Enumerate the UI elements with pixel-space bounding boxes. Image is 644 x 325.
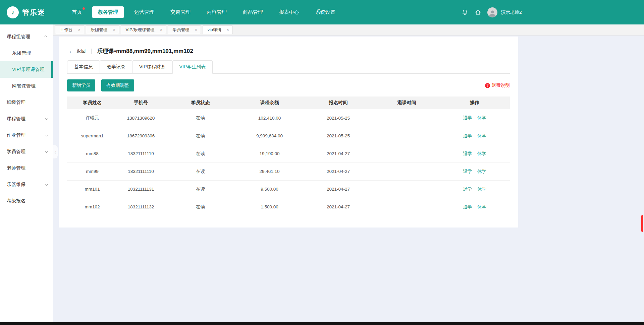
- nav-item-label: 系统设置: [315, 9, 335, 15]
- sidebar-item-8[interactable]: 学员管理: [0, 143, 53, 160]
- nav-item-1[interactable]: 首页: [66, 6, 88, 18]
- cell-status: 在读: [164, 145, 236, 162]
- nav-item-7[interactable]: 报表中心: [273, 6, 305, 18]
- close-icon[interactable]: ×: [78, 27, 80, 32]
- column-header: 课程余额: [236, 96, 303, 109]
- brand-logo-icon: ♪: [7, 6, 19, 18]
- nav-item-label: 报表中心: [279, 9, 299, 15]
- page-header-row: ← 返回 乐理课•mm88,mm99,mm101,mm102: [59, 37, 518, 60]
- window-tab-3[interactable]: VIP/乐理课管理×: [121, 25, 166, 34]
- nav-item-5[interactable]: 内容管理: [201, 6, 232, 18]
- cell-phone: 13871309620: [117, 109, 164, 127]
- quit-school-link[interactable]: 退学: [463, 151, 472, 156]
- quit-school-link[interactable]: 退学: [463, 169, 472, 174]
- close-icon[interactable]: ×: [160, 27, 162, 32]
- sidebar-item-label: 学员管理: [7, 149, 25, 155]
- nav-item-label: 首页: [72, 9, 82, 15]
- sidebar-item-3[interactable]: VIP/乐理课管理: [0, 61, 53, 78]
- cell-status: 在读: [164, 162, 236, 180]
- add-student-button[interactable]: 新增学员: [67, 79, 95, 91]
- avatar[interactable]: [487, 7, 497, 17]
- quit-school-link[interactable]: 退学: [463, 115, 472, 120]
- brand: ♪ 管乐迷: [0, 6, 62, 18]
- chevron-down-icon: [45, 117, 48, 120]
- detail-tab-2[interactable]: 教学记录: [100, 60, 132, 74]
- nav-item-label: 教务管理: [98, 9, 118, 15]
- suspend-school-link[interactable]: 休学: [477, 187, 486, 192]
- table-row: mm8818321111119在读19,190.002021-04-27退学休学: [67, 145, 510, 162]
- close-icon[interactable]: ×: [227, 27, 229, 32]
- detail-tab-4[interactable]: VIP学生列表: [172, 60, 213, 74]
- cell-actions: 退学休学: [439, 109, 510, 127]
- cell-quit-date: [374, 145, 439, 162]
- sidebar-item-5[interactable]: 班级管理: [0, 94, 53, 111]
- cell-quit-date: [374, 198, 439, 216]
- cell-student-name: 许曦元: [67, 109, 117, 127]
- sidebar-item-9[interactable]: 老师管理: [0, 160, 53, 176]
- cell-actions: 退学休学: [439, 180, 510, 198]
- cell-quit-date: [374, 162, 439, 180]
- cell-status: 在读: [164, 127, 236, 145]
- nav-item-8[interactable]: 系统设置: [310, 6, 341, 18]
- column-header: 退课时间: [374, 96, 439, 109]
- refund-note-link[interactable]: ? 退费说明: [485, 82, 510, 88]
- chevron-down-icon: [45, 182, 48, 186]
- suspend-school-link[interactable]: 休学: [477, 115, 486, 120]
- sidebar-item-1[interactable]: 课程组管理: [0, 28, 53, 45]
- table-row: superman118672909306在读9,999,634.002021-0…: [67, 127, 510, 145]
- quit-school-link[interactable]: 退学: [463, 204, 472, 209]
- sidebar-item-label: 作业管理: [7, 132, 25, 138]
- cell-actions: 退学休学: [439, 127, 510, 145]
- window-tab-label: vip详情: [208, 27, 221, 33]
- sidebar-item-4[interactable]: 网管课管理: [0, 78, 53, 94]
- window-tabstrip: 工作台×乐团管理×VIP/乐理课管理×学员管理×vip详情×: [53, 24, 644, 36]
- header-actions: 演示老师2: [461, 0, 522, 24]
- window-tab-label: VIP/乐理课管理: [126, 27, 155, 33]
- validity-adjust-button[interactable]: 有效期调整: [101, 79, 134, 91]
- cell-student-name: mm88: [67, 145, 117, 162]
- detail-tabs: 基本信息教学记录VIP课程财务VIP学生列表: [67, 60, 510, 74]
- cell-phone: 18321111110: [117, 162, 164, 180]
- scrollbar-thumb[interactable]: [641, 215, 643, 232]
- sidebar-collapse-handle[interactable]: ‹: [53, 145, 58, 159]
- sidebar-item-11[interactable]: 考级报名: [0, 193, 53, 209]
- cell-enroll-date: 2021-05-25: [303, 109, 374, 127]
- detail-tab-1[interactable]: 基本信息: [67, 60, 100, 74]
- sidebar-item-6[interactable]: 课程管理: [0, 111, 53, 127]
- suspend-school-link[interactable]: 休学: [477, 169, 486, 174]
- close-icon[interactable]: ×: [195, 27, 197, 32]
- back-arrow-icon: ←: [69, 48, 74, 54]
- detail-tab-3[interactable]: VIP课程财务: [132, 60, 173, 74]
- cell-balance: 9,999,634.00: [236, 127, 303, 145]
- nav-item-3[interactable]: 运营管理: [128, 6, 160, 18]
- window-tab-2[interactable]: 乐团管理×: [86, 25, 119, 34]
- cell-enroll-date: 2021-05-25: [303, 127, 374, 145]
- cell-student-name: mm101: [67, 180, 117, 198]
- chevron-up-icon: [44, 36, 47, 39]
- back-button[interactable]: ← 返回: [69, 48, 86, 54]
- notifications-bell-icon[interactable]: [461, 9, 469, 16]
- cell-actions: 退学休学: [439, 198, 510, 216]
- nav-item-label: 交易管理: [170, 9, 191, 15]
- suspend-school-link[interactable]: 休学: [477, 151, 486, 156]
- sidebar-item-2[interactable]: 乐团管理: [0, 45, 53, 61]
- nav-item-2[interactable]: 教务管理: [92, 6, 124, 18]
- cell-status: 在读: [164, 198, 236, 216]
- sidebar-item-7[interactable]: 作业管理: [0, 127, 53, 143]
- nav-item-4[interactable]: 交易管理: [165, 6, 196, 18]
- suspend-school-link[interactable]: 休学: [477, 204, 486, 209]
- suspend-school-link[interactable]: 休学: [477, 133, 486, 138]
- window-tab-1[interactable]: 工作台×: [55, 25, 84, 34]
- quit-school-link[interactable]: 退学: [463, 187, 472, 192]
- cell-enroll-date: 2021-04-27: [303, 162, 374, 180]
- cell-phone: 18672909306: [117, 127, 164, 145]
- window-tab-4[interactable]: 学员管理×: [168, 25, 201, 34]
- close-icon[interactable]: ×: [113, 27, 115, 32]
- table-row: mm9918321111110在读29,461.102021-04-27退学休学: [67, 162, 510, 180]
- sidebar-item-10[interactable]: 乐器维保: [0, 176, 53, 193]
- nav-item-6[interactable]: 商品管理: [237, 6, 269, 18]
- window-tab-5[interactable]: vip详情×: [203, 25, 233, 34]
- nav-item-label: 内容管理: [207, 9, 227, 15]
- home-icon[interactable]: [474, 9, 482, 16]
- quit-school-link[interactable]: 退学: [463, 133, 472, 138]
